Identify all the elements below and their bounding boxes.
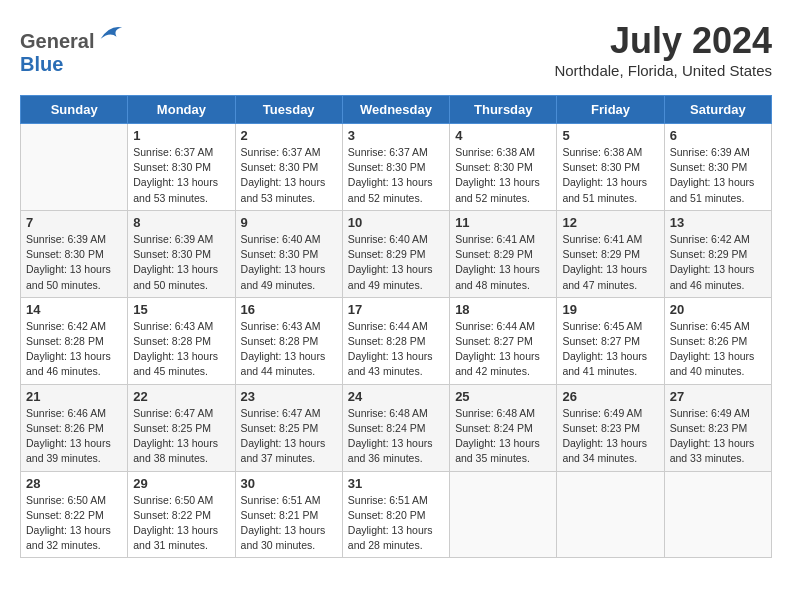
calendar-cell: 16Sunrise: 6:43 AM Sunset: 8:28 PM Dayli…	[235, 297, 342, 384]
day-number: 10	[348, 215, 444, 230]
calendar-cell: 28Sunrise: 6:50 AM Sunset: 8:22 PM Dayli…	[21, 471, 128, 558]
day-number: 11	[455, 215, 551, 230]
calendar-cell: 13Sunrise: 6:42 AM Sunset: 8:29 PM Dayli…	[664, 210, 771, 297]
calendar-title: July 2024	[554, 20, 772, 62]
day-info: Sunrise: 6:47 AM Sunset: 8:25 PM Dayligh…	[241, 406, 337, 467]
day-number: 31	[348, 476, 444, 491]
day-info: Sunrise: 6:37 AM Sunset: 8:30 PM Dayligh…	[241, 145, 337, 206]
day-info: Sunrise: 6:46 AM Sunset: 8:26 PM Dayligh…	[26, 406, 122, 467]
day-info: Sunrise: 6:42 AM Sunset: 8:28 PM Dayligh…	[26, 319, 122, 380]
day-info: Sunrise: 6:44 AM Sunset: 8:28 PM Dayligh…	[348, 319, 444, 380]
day-info: Sunrise: 6:51 AM Sunset: 8:21 PM Dayligh…	[241, 493, 337, 554]
calendar-cell: 10Sunrise: 6:40 AM Sunset: 8:29 PM Dayli…	[342, 210, 449, 297]
calendar-week-row: 28Sunrise: 6:50 AM Sunset: 8:22 PM Dayli…	[21, 471, 772, 558]
day-info: Sunrise: 6:44 AM Sunset: 8:27 PM Dayligh…	[455, 319, 551, 380]
day-info: Sunrise: 6:43 AM Sunset: 8:28 PM Dayligh…	[241, 319, 337, 380]
calendar-week-row: 21Sunrise: 6:46 AM Sunset: 8:26 PM Dayli…	[21, 384, 772, 471]
day-number: 18	[455, 302, 551, 317]
logo-area: General Blue	[20, 20, 124, 76]
calendar-cell: 4Sunrise: 6:38 AM Sunset: 8:30 PM Daylig…	[450, 124, 557, 211]
calendar-cell: 3Sunrise: 6:37 AM Sunset: 8:30 PM Daylig…	[342, 124, 449, 211]
logo-bird-icon	[96, 20, 124, 48]
day-number: 13	[670, 215, 766, 230]
day-header-wednesday: Wednesday	[342, 96, 449, 124]
calendar-cell: 26Sunrise: 6:49 AM Sunset: 8:23 PM Dayli…	[557, 384, 664, 471]
logo-text-general: General	[20, 30, 94, 52]
calendar-table: SundayMondayTuesdayWednesdayThursdayFrid…	[20, 95, 772, 558]
calendar-week-row: 7Sunrise: 6:39 AM Sunset: 8:30 PM Daylig…	[21, 210, 772, 297]
calendar-cell: 30Sunrise: 6:51 AM Sunset: 8:21 PM Dayli…	[235, 471, 342, 558]
day-header-monday: Monday	[128, 96, 235, 124]
logo-text-blue: Blue	[20, 53, 63, 75]
day-info: Sunrise: 6:39 AM Sunset: 8:30 PM Dayligh…	[133, 232, 229, 293]
calendar-cell	[21, 124, 128, 211]
title-area: July 2024 Northdale, Florida, United Sta…	[554, 20, 772, 79]
day-header-saturday: Saturday	[664, 96, 771, 124]
day-number: 12	[562, 215, 658, 230]
day-info: Sunrise: 6:41 AM Sunset: 8:29 PM Dayligh…	[562, 232, 658, 293]
day-header-sunday: Sunday	[21, 96, 128, 124]
calendar-cell: 7Sunrise: 6:39 AM Sunset: 8:30 PM Daylig…	[21, 210, 128, 297]
calendar-cell: 5Sunrise: 6:38 AM Sunset: 8:30 PM Daylig…	[557, 124, 664, 211]
day-info: Sunrise: 6:38 AM Sunset: 8:30 PM Dayligh…	[562, 145, 658, 206]
day-number: 16	[241, 302, 337, 317]
day-header-tuesday: Tuesday	[235, 96, 342, 124]
page-header: General Blue July 2024 Northdale, Florid…	[20, 20, 772, 79]
day-number: 30	[241, 476, 337, 491]
calendar-cell: 6Sunrise: 6:39 AM Sunset: 8:30 PM Daylig…	[664, 124, 771, 211]
calendar-cell: 11Sunrise: 6:41 AM Sunset: 8:29 PM Dayli…	[450, 210, 557, 297]
day-number: 5	[562, 128, 658, 143]
day-info: Sunrise: 6:50 AM Sunset: 8:22 PM Dayligh…	[133, 493, 229, 554]
day-number: 20	[670, 302, 766, 317]
calendar-cell: 17Sunrise: 6:44 AM Sunset: 8:28 PM Dayli…	[342, 297, 449, 384]
day-number: 24	[348, 389, 444, 404]
day-info: Sunrise: 6:45 AM Sunset: 8:27 PM Dayligh…	[562, 319, 658, 380]
calendar-subtitle: Northdale, Florida, United States	[554, 62, 772, 79]
day-number: 6	[670, 128, 766, 143]
day-number: 27	[670, 389, 766, 404]
day-number: 14	[26, 302, 122, 317]
calendar-cell: 19Sunrise: 6:45 AM Sunset: 8:27 PM Dayli…	[557, 297, 664, 384]
day-header-friday: Friday	[557, 96, 664, 124]
calendar-cell: 25Sunrise: 6:48 AM Sunset: 8:24 PM Dayli…	[450, 384, 557, 471]
day-number: 8	[133, 215, 229, 230]
day-number: 21	[26, 389, 122, 404]
calendar-header-row: SundayMondayTuesdayWednesdayThursdayFrid…	[21, 96, 772, 124]
day-number: 15	[133, 302, 229, 317]
calendar-cell: 20Sunrise: 6:45 AM Sunset: 8:26 PM Dayli…	[664, 297, 771, 384]
day-number: 3	[348, 128, 444, 143]
day-number: 23	[241, 389, 337, 404]
day-number: 7	[26, 215, 122, 230]
calendar-cell: 29Sunrise: 6:50 AM Sunset: 8:22 PM Dayli…	[128, 471, 235, 558]
day-number: 28	[26, 476, 122, 491]
calendar-cell: 14Sunrise: 6:42 AM Sunset: 8:28 PM Dayli…	[21, 297, 128, 384]
day-number: 9	[241, 215, 337, 230]
day-info: Sunrise: 6:49 AM Sunset: 8:23 PM Dayligh…	[670, 406, 766, 467]
day-number: 17	[348, 302, 444, 317]
day-info: Sunrise: 6:43 AM Sunset: 8:28 PM Dayligh…	[133, 319, 229, 380]
day-info: Sunrise: 6:48 AM Sunset: 8:24 PM Dayligh…	[348, 406, 444, 467]
calendar-cell: 9Sunrise: 6:40 AM Sunset: 8:30 PM Daylig…	[235, 210, 342, 297]
day-info: Sunrise: 6:39 AM Sunset: 8:30 PM Dayligh…	[26, 232, 122, 293]
day-number: 26	[562, 389, 658, 404]
calendar-cell: 8Sunrise: 6:39 AM Sunset: 8:30 PM Daylig…	[128, 210, 235, 297]
calendar-cell: 22Sunrise: 6:47 AM Sunset: 8:25 PM Dayli…	[128, 384, 235, 471]
day-header-thursday: Thursday	[450, 96, 557, 124]
day-info: Sunrise: 6:40 AM Sunset: 8:29 PM Dayligh…	[348, 232, 444, 293]
day-info: Sunrise: 6:37 AM Sunset: 8:30 PM Dayligh…	[133, 145, 229, 206]
day-info: Sunrise: 6:38 AM Sunset: 8:30 PM Dayligh…	[455, 145, 551, 206]
day-info: Sunrise: 6:48 AM Sunset: 8:24 PM Dayligh…	[455, 406, 551, 467]
day-number: 4	[455, 128, 551, 143]
calendar-cell: 24Sunrise: 6:48 AM Sunset: 8:24 PM Dayli…	[342, 384, 449, 471]
calendar-cell: 2Sunrise: 6:37 AM Sunset: 8:30 PM Daylig…	[235, 124, 342, 211]
calendar-week-row: 1Sunrise: 6:37 AM Sunset: 8:30 PM Daylig…	[21, 124, 772, 211]
day-info: Sunrise: 6:49 AM Sunset: 8:23 PM Dayligh…	[562, 406, 658, 467]
day-number: 29	[133, 476, 229, 491]
day-number: 1	[133, 128, 229, 143]
calendar-cell: 21Sunrise: 6:46 AM Sunset: 8:26 PM Dayli…	[21, 384, 128, 471]
calendar-cell: 27Sunrise: 6:49 AM Sunset: 8:23 PM Dayli…	[664, 384, 771, 471]
calendar-cell	[664, 471, 771, 558]
day-number: 22	[133, 389, 229, 404]
calendar-cell	[450, 471, 557, 558]
day-info: Sunrise: 6:37 AM Sunset: 8:30 PM Dayligh…	[348, 145, 444, 206]
